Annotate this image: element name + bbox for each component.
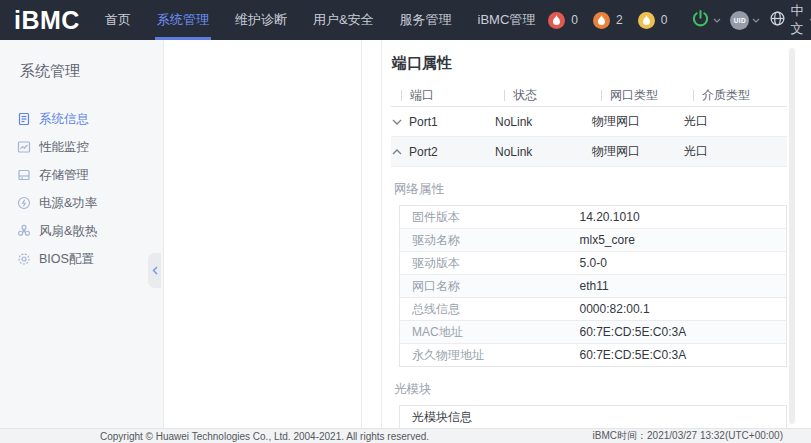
port-detail-panel: 端口属性 端口 状态 网口类型 介质类型 Port1 NoLink 物理网口 光… (381, 40, 811, 428)
vertical-scrollbar[interactable] (789, 48, 795, 424)
sidebar-item-label: 性能监控 (39, 139, 89, 156)
sidebar-item-power[interactable]: 电源&功率 (0, 189, 163, 217)
minor-alarm-icon (638, 12, 655, 29)
copyright-text: Copyright © Huawei Technologies Co., Ltd… (100, 431, 429, 442)
network-attributes-table: 固件版本 14.20.1010 驱动名称 mlx5_core 驱动版本 5.0-… (399, 205, 787, 367)
language-label: 中文 (790, 2, 806, 38)
chevron-down-icon[interactable] (392, 119, 402, 125)
attr-label: 总线信息 (400, 298, 580, 321)
table-row: 固件版本 14.20.1010 (400, 206, 787, 229)
attr-value: 0000:82:00.1 (580, 298, 787, 321)
nic-type-cell: 物理网口 (592, 143, 684, 160)
fan-icon (17, 224, 31, 238)
menu-item-maintenance[interactable]: 维护诊断 (222, 0, 300, 40)
sidebar-item-label: 存储管理 (39, 167, 89, 184)
port-table-header: 端口 状态 网口类型 介质类型 (391, 84, 787, 107)
attr-label: 驱动名称 (400, 229, 580, 252)
chevron-left-icon (152, 266, 158, 275)
sidebar-title: 系统管理 (0, 40, 163, 81)
attr-label: 永久物理地址 (400, 344, 580, 367)
ibmc-time-value: 2021/03/27 13:32(UTC+00:00) (647, 430, 783, 441)
optical-module-section: 光模块 光模块信息 厂商 WTD 序列号 HN205200110043 (391, 381, 811, 428)
chevron-up-icon[interactable] (392, 149, 402, 155)
ibmc-logo: iBMC (14, 6, 80, 35)
section-title-optical: 光模块 (394, 381, 811, 398)
attr-value: 60:7E:CD:5E:C0:3A (580, 344, 787, 367)
sidebar-item-label: BIOS配置 (39, 251, 94, 268)
attr-value: 5.0-0 (580, 252, 787, 275)
attr-label: 网口名称 (400, 275, 580, 298)
major-alarm-count: 2 (616, 13, 623, 27)
sidebar-item-label: 系统信息 (39, 111, 89, 128)
menu-item-home[interactable]: 首页 (92, 0, 144, 40)
uid-control-dropdown[interactable]: UID (730, 11, 760, 30)
attr-value: 60:7E:CD:5E:C0:3A (580, 321, 787, 344)
sidebar-item-system-info[interactable]: 系统信息 (0, 105, 163, 133)
chevron-down-icon (713, 18, 721, 23)
sidebar-item-label: 风扇&散热 (39, 223, 97, 240)
media-type-cell: 光口 (684, 143, 787, 160)
document-icon (17, 112, 31, 126)
alarm-critical[interactable]: 0 (548, 12, 578, 29)
chart-icon (17, 140, 31, 154)
menu-item-ibmc-mgmt[interactable]: iBMC管理 (465, 0, 549, 40)
menu-item-user-security[interactable]: 用户&安全 (300, 0, 387, 40)
sidebar-item-performance[interactable]: 性能监控 (0, 133, 163, 161)
main-menu: 首页 系统管理 维护诊断 用户&安全 服务管理 iBMC管理 (92, 0, 548, 40)
sidebar-collapse-handle[interactable] (148, 253, 161, 288)
table-row: 永久物理地址 60:7E:CD:5E:C0:3A (400, 344, 787, 367)
column-header-nic-type: 网口类型 (601, 90, 658, 101)
sidebar-item-bios[interactable]: BIOS配置 (0, 245, 163, 273)
attr-value: eth11 (580, 275, 787, 298)
port-table: 端口 状态 网口类型 介质类型 Port1 NoLink 物理网口 光口 Por… (391, 84, 787, 167)
table-row-port2[interactable]: Port2 NoLink 物理网口 光口 (391, 137, 787, 167)
sidebar-item-label: 电源&功率 (39, 195, 97, 212)
sidebar-item-fan[interactable]: 风扇&散热 (0, 217, 163, 245)
uid-icon: UID (730, 11, 749, 30)
column-header-media-type: 介质类型 (693, 90, 750, 101)
status-cell: NoLink (495, 145, 592, 159)
footer: Copyright © Huawei Technologies Co., Ltd… (0, 428, 811, 443)
port-cell: Port2 (402, 145, 495, 159)
ibmc-time: iBMC时间：2021/03/27 13:32(UTC+00:00) (593, 429, 783, 443)
storage-icon (17, 168, 31, 182)
table-row: MAC地址 60:7E:CD:5E:C0:3A (400, 321, 787, 344)
navbar-right: 0 2 0 (548, 2, 811, 38)
alarm-minor[interactable]: 0 (638, 12, 668, 29)
optical-table-header-row: 光模块信息 (400, 406, 787, 429)
column-header-status: 状态 (504, 90, 537, 101)
alarm-major[interactable]: 2 (593, 12, 623, 29)
port-cell: Port1 (402, 115, 495, 129)
globe-icon (769, 10, 786, 31)
attr-label: 固件版本 (400, 206, 580, 229)
sidebar-item-storage[interactable]: 存储管理 (0, 161, 163, 189)
attr-value: mlx5_core (580, 229, 787, 252)
menu-item-system[interactable]: 系统管理 (144, 0, 222, 40)
major-alarm-icon (593, 12, 610, 29)
chevron-down-icon (752, 18, 760, 23)
critical-alarm-count: 0 (571, 13, 578, 27)
critical-alarm-icon (548, 12, 565, 29)
menu-item-services[interactable]: 服务管理 (387, 0, 465, 40)
gear-icon (17, 252, 31, 266)
table-row: 总线信息 0000:82:00.1 (400, 298, 787, 321)
attr-label: MAC地址 (400, 321, 580, 344)
network-attributes-section: 网络属性 固件版本 14.20.1010 驱动名称 mlx5_core 驱动版本… (391, 181, 811, 367)
power-control-dropdown[interactable] (691, 9, 721, 32)
language-selector[interactable]: 中文 (769, 2, 811, 38)
nic-list-panel (165, 40, 362, 428)
optical-module-table: 光模块信息 厂商 WTD 序列号 HN205200110043 (399, 405, 787, 428)
table-row: 驱动名称 mlx5_core (400, 229, 787, 252)
sidebar: 系统管理 系统信息 性能监控 存储管理 电源&功率 (0, 40, 164, 428)
attr-label: 驱动版本 (400, 252, 580, 275)
section-title-network: 网络属性 (394, 181, 811, 198)
ibmc-app: iBMC 首页 系统管理 维护诊断 用户&安全 服务管理 iBMC管理 0 2 (0, 0, 811, 443)
table-row-port1[interactable]: Port1 NoLink 物理网口 光口 (391, 107, 787, 137)
optical-table-header: 光模块信息 (400, 406, 787, 429)
page-title: 端口属性 (392, 54, 811, 73)
table-row: 网口名称 eth11 (400, 275, 787, 298)
sidebar-items: 系统信息 性能监控 存储管理 电源&功率 风扇&散热 (0, 105, 163, 273)
attr-value: 14.20.1010 (580, 206, 787, 229)
top-navbar: iBMC 首页 系统管理 维护诊断 用户&安全 服务管理 iBMC管理 0 2 (0, 0, 811, 40)
power-icon (17, 196, 31, 210)
